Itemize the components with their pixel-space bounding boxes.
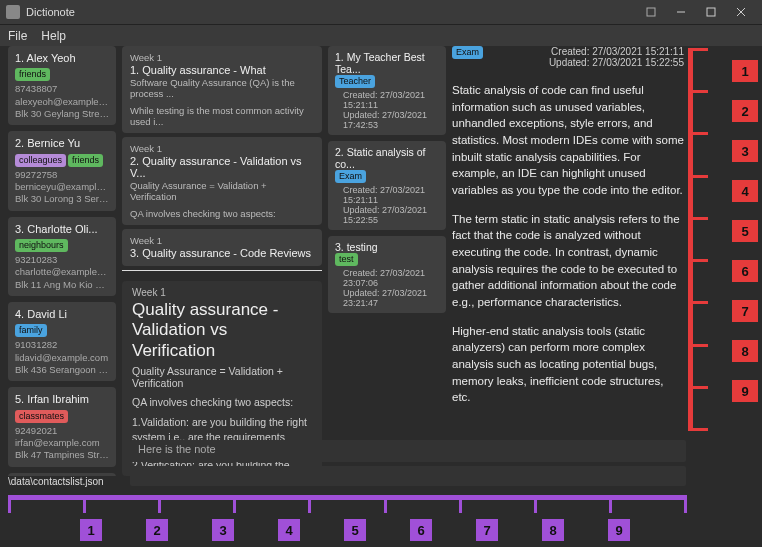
status-bar: \data\contactslist.json: [0, 476, 690, 490]
event-created: Created: 27/03/2021 15:21:11: [335, 90, 439, 110]
contact-phone: 93210283: [15, 254, 109, 266]
note-list-item[interactable]: Week 13. Quality assurance - Code Review…: [122, 229, 322, 266]
ruler-number: 9: [608, 519, 630, 541]
reader-paragraph: The term static in static analysis refer…: [452, 211, 684, 311]
contact-address: Blk 11 Ang Mo Kio St...: [15, 279, 109, 291]
ruler-number: 4: [278, 519, 300, 541]
events-panel: 1. My Teacher Best Tea...TeacherCreated:…: [328, 46, 446, 476]
event-card[interactable]: 2. Static analysis of co...ExamCreated: …: [328, 141, 446, 230]
ruler-bottom: [8, 495, 684, 513]
reader-created: Created: 27/03/2021 15:21:11: [549, 46, 684, 57]
note-snippet: Software Quality Assurance (QA) is the p…: [130, 77, 314, 99]
contact-name: 5. Irfan Ibrahim: [15, 392, 109, 406]
event-updated: Updated: 27/03/2021 23:21:47: [335, 288, 439, 308]
note-week: Week 1: [132, 287, 312, 298]
window-button-unknown[interactable]: [636, 1, 666, 23]
note-list-item[interactable]: Week 11. Quality assurance - WhatSoftwar…: [122, 46, 322, 133]
app-title: Dictionote: [26, 6, 75, 18]
close-button[interactable]: [726, 1, 756, 23]
contact-tag: friends: [15, 68, 50, 81]
note-week: Week 1: [130, 143, 314, 154]
svg-rect-2: [707, 8, 715, 16]
reader-body: Static analysis of code can find useful …: [452, 82, 684, 418]
ruler-right: [688, 48, 708, 428]
reader-paragraph: Static analysis of code can find useful …: [452, 82, 684, 199]
contact-phone: 87438807: [15, 83, 109, 95]
menubar: File Help: [0, 24, 762, 46]
contacts-panel: 1. Alex Yeohfriends87438807alexyeoh@exam…: [8, 46, 116, 476]
contact-address: Blk 436 Serangoon G...: [15, 364, 109, 376]
app-icon: [6, 5, 20, 19]
main-area: 1. Alex Yeohfriends87438807alexyeoh@exam…: [0, 46, 690, 476]
contact-card[interactable]: 3. Charlotte Oli...neighbours93210283cha…: [8, 217, 116, 296]
ruler-number: 3: [732, 140, 758, 162]
event-tag: Exam: [335, 170, 366, 183]
ruler-number: 6: [410, 519, 432, 541]
contact-email: charlotte@example.c...: [15, 266, 109, 278]
note-week: Week 1: [130, 235, 314, 246]
menu-file[interactable]: File: [8, 29, 27, 43]
event-updated: Updated: 27/03/2021 17:42:53: [335, 110, 439, 130]
maximize-button[interactable]: [696, 1, 726, 23]
event-card[interactable]: 1. My Teacher Best Tea...TeacherCreated:…: [328, 46, 446, 135]
contact-tag: classmates: [15, 410, 68, 423]
ruler-right-numbers: 123456789: [732, 60, 758, 402]
note-title: 2. Quality assurance - Validation vs V..…: [130, 155, 314, 179]
contact-email: irfan@example.com: [15, 437, 109, 449]
event-tag: test: [335, 253, 358, 266]
contact-email: alexyeoh@example.c...: [15, 96, 109, 108]
note-title: 1. Quality assurance - What: [130, 64, 314, 76]
contact-phone: 91031282: [15, 339, 109, 351]
contact-name: 1. Alex Yeoh: [15, 51, 109, 65]
ruler-number: 1: [80, 519, 102, 541]
contact-tag: family: [15, 324, 47, 337]
contact-tag: neighbours: [15, 239, 68, 252]
contact-name: 3. Charlotte Oli...: [15, 222, 109, 236]
event-created: Created: 27/03/2021 23:07:06: [335, 268, 439, 288]
ruler-number: 5: [344, 519, 366, 541]
ruler-number: 8: [732, 340, 758, 362]
ruler-number: 7: [732, 300, 758, 322]
event-card[interactable]: 3. testingtestCreated: 27/03/2021 23:07:…: [328, 236, 446, 313]
ruler-number: 2: [146, 519, 168, 541]
event-title: 1. My Teacher Best Tea...: [335, 51, 439, 75]
note-title: 3. Quality assurance - Code Reviews: [130, 247, 314, 259]
minimize-button[interactable]: [666, 1, 696, 23]
menu-help[interactable]: Help: [41, 29, 66, 43]
note-week: Week 1: [130, 52, 314, 63]
note-list-item[interactable]: Week 12. Quality assurance - Validation …: [122, 137, 322, 225]
reader-tag: Exam: [452, 46, 483, 59]
contact-name: 4. David Li: [15, 307, 109, 321]
titlebar: Dictionote: [0, 0, 762, 24]
ruler-number: 5: [732, 220, 758, 242]
note-heading: Quality assurance - Validation vs Verifi…: [132, 300, 312, 361]
contact-phone: 92492021: [15, 425, 109, 437]
event-title: 3. testing: [335, 241, 439, 253]
contact-phone: 99272758: [15, 169, 109, 181]
note-input-bar[interactable]: Here is the note: [130, 440, 686, 462]
ruler-number: 2: [732, 100, 758, 122]
note-snippet: Quality Assurance = Validation + Verific…: [130, 180, 314, 202]
svg-rect-0: [647, 8, 655, 16]
contact-card[interactable]: 4. David Lifamily91031282lidavid@example…: [8, 302, 116, 381]
reader-paragraph: Higher-end static analysis tools (static…: [452, 323, 684, 406]
event-updated: Updated: 27/03/2021 15:22:55: [335, 205, 439, 225]
contact-address: Blk 30 Lorong 3 Seran...: [15, 193, 109, 205]
ruler-number: 1: [732, 60, 758, 82]
note-snippet: QA involves checking two aspects:: [130, 208, 314, 219]
contact-card[interactable]: 2. Bernice Yucolleaguesfriends99272758be…: [8, 131, 116, 210]
note-snippet: While testing is the most common activit…: [130, 105, 314, 127]
contact-card[interactable]: 5. Irfan Ibrahimclassmates92492021irfan@…: [8, 387, 116, 466]
ruler-number: 6: [732, 260, 758, 282]
contact-tag: friends: [68, 154, 103, 167]
ruler-number: 4: [732, 180, 758, 202]
notes-panel: Week 11. Quality assurance - WhatSoftwar…: [122, 46, 322, 476]
contact-card[interactable]: 1. Alex Yeohfriends87438807alexyeoh@exam…: [8, 46, 116, 125]
event-created: Created: 27/03/2021 15:21:11: [335, 185, 439, 205]
note-paragraph: QA involves checking two aspects:: [132, 395, 312, 409]
contact-address: Blk 30 Geylang Street...: [15, 108, 109, 120]
event-tag: Teacher: [335, 75, 375, 88]
note-subtitle: Quality Assurance = Validation + Verific…: [132, 365, 312, 389]
contact-email: berniceyu@example.c...: [15, 181, 109, 193]
contact-email: lidavid@example.com: [15, 352, 109, 364]
